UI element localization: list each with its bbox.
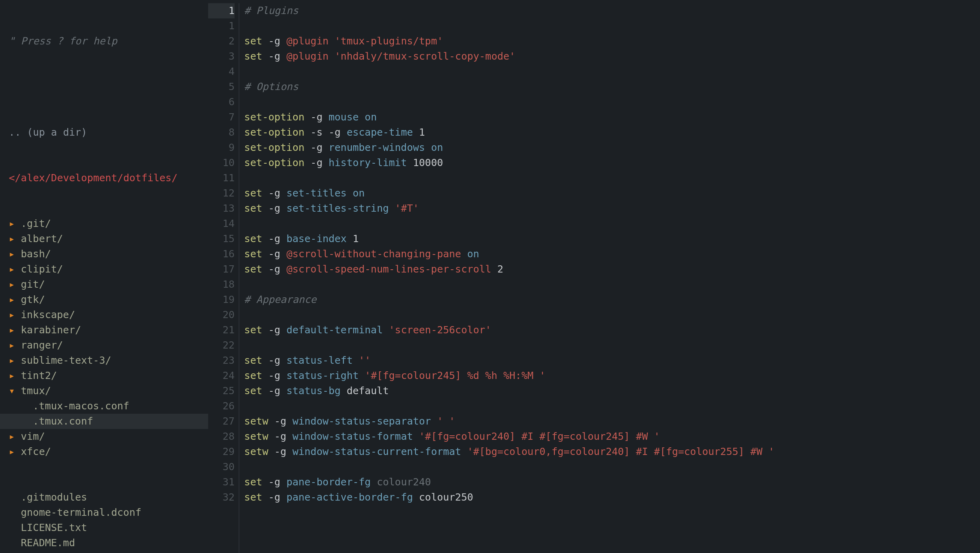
code-line[interactable] xyxy=(244,459,980,475)
code-line[interactable]: set -g @plugin 'nhdaly/tmux-scroll-copy-… xyxy=(244,49,980,64)
line-number: 21 xyxy=(208,323,235,338)
nerdtree-dir[interactable]: ▸gtk/ xyxy=(0,292,208,307)
nerdtree-dir[interactable]: ▸tint2/ xyxy=(0,368,208,383)
line-number: 26 xyxy=(208,399,235,414)
nerdtree-file[interactable]: gnome-terminal.dconf xyxy=(0,505,208,520)
chevron-right-icon: ▸ xyxy=(9,338,21,353)
nerdtree-dir[interactable]: ▾tmux/ xyxy=(0,383,208,399)
nerdtree-dir-label: git/ xyxy=(21,279,45,290)
line-number: 4 xyxy=(208,64,235,79)
code-line[interactable]: setw -g window-status-format '#[fg=colou… xyxy=(244,429,980,444)
nerdtree-dir[interactable]: ▸karabiner/ xyxy=(0,323,208,338)
line-number: 31 xyxy=(208,475,235,490)
line-number: 20 xyxy=(208,307,235,323)
line-number: 29 xyxy=(208,444,235,459)
nerdtree-dir[interactable]: ▸clipit/ xyxy=(0,262,208,277)
line-number: 24 xyxy=(208,368,235,383)
code-line[interactable]: setw -g window-status-current-format '#[… xyxy=(244,444,980,459)
nerdtree-dir-label: albert/ xyxy=(21,233,63,244)
nerdtree-file[interactable]: .tmux.conf xyxy=(0,414,208,429)
nerdtree-root[interactable]: </alex/Development/dotfiles/ xyxy=(0,170,208,186)
code-line[interactable] xyxy=(244,277,980,292)
chevron-right-icon: ▸ xyxy=(9,307,21,323)
nerdtree-dir-label: vim/ xyxy=(21,431,45,442)
line-number: 13 xyxy=(208,201,235,216)
nerdtree-help-hint: " Press ? for help xyxy=(0,34,208,49)
nerdtree-dir-label: gtk/ xyxy=(21,294,45,305)
nerdtree-dir[interactable]: ▸xfce/ xyxy=(0,444,208,459)
code-line[interactable] xyxy=(244,338,980,353)
nerdtree-sidebar[interactable]: " Press ? for help .. (up a dir) </alex/… xyxy=(0,0,208,553)
code-line[interactable]: set -g base-index 1 xyxy=(244,231,980,246)
line-number: 22 xyxy=(208,338,235,353)
line-number: 11 xyxy=(208,170,235,186)
line-number: 6 xyxy=(208,94,235,110)
code-line[interactable]: set-option -s -g escape-time 1 xyxy=(244,125,980,140)
nerdtree-file[interactable]: .gitmodules xyxy=(0,490,208,505)
editor-pane[interactable]: 1123456789101112131415161718192021222324… xyxy=(208,0,980,553)
code-line[interactable] xyxy=(244,307,980,323)
line-number: 2 xyxy=(208,34,235,49)
nerdtree-dir[interactable]: ▸git/ xyxy=(0,277,208,292)
code-line[interactable] xyxy=(244,170,980,186)
nerdtree-dir-label: tint2/ xyxy=(21,370,57,381)
code-line[interactable] xyxy=(244,64,980,79)
chevron-right-icon: ▸ xyxy=(9,323,21,338)
nerdtree-dir-label: inkscape/ xyxy=(21,309,75,321)
code-line[interactable]: setw -g window-status-separator ' ' xyxy=(244,414,980,429)
line-number: 28 xyxy=(208,429,235,444)
line-number: 9 xyxy=(208,140,235,155)
line-number: 1 xyxy=(208,3,235,18)
code-line[interactable]: set -g status-left '' xyxy=(244,353,980,368)
chevron-down-icon: ▾ xyxy=(9,383,21,399)
code-line[interactable] xyxy=(244,216,980,231)
nerdtree-dir[interactable]: ▸sublime-text-3/ xyxy=(0,353,208,368)
line-number: 8 xyxy=(208,125,235,140)
code-line[interactable]: # Appearance xyxy=(244,292,980,307)
code-line[interactable] xyxy=(244,18,980,34)
code-line[interactable]: set-option -g mouse on xyxy=(244,110,980,125)
code-line[interactable]: # Plugins xyxy=(244,3,980,18)
nerdtree-up-dir[interactable]: .. (up a dir) xyxy=(0,125,208,140)
code-area[interactable]: # Pluginsset -g @plugin 'tmux-plugins/tp… xyxy=(239,3,980,553)
line-number-gutter: 1123456789101112131415161718192021222324… xyxy=(208,3,239,553)
nerdtree-dir[interactable]: ▸inkscape/ xyxy=(0,307,208,323)
line-number: 17 xyxy=(208,262,235,277)
chevron-right-icon: ▸ xyxy=(9,444,21,459)
code-line[interactable]: set -g status-bg default xyxy=(244,383,980,399)
code-line[interactable]: set -g set-titles-string '#T' xyxy=(244,201,980,216)
code-line[interactable]: set -g @scroll-without-changing-pane on xyxy=(244,246,980,262)
chevron-right-icon: ▸ xyxy=(9,353,21,368)
chevron-right-icon: ▸ xyxy=(9,216,21,231)
code-line[interactable]: set-option -g history-limit 10000 xyxy=(244,155,980,170)
nerdtree-dir-label: clipit/ xyxy=(21,263,63,275)
code-line[interactable]: set -g pane-border-fg colour240 xyxy=(244,475,980,490)
nerdtree-dir[interactable]: ▸bash/ xyxy=(0,246,208,262)
chevron-right-icon: ▸ xyxy=(9,277,21,292)
code-line[interactable]: set -g @plugin 'tmux-plugins/tpm' xyxy=(244,34,980,49)
code-line[interactable]: set -g @scroll-speed-num-lines-per-scrol… xyxy=(244,262,980,277)
nerdtree-dir[interactable]: ▸ranger/ xyxy=(0,338,208,353)
line-number: 7 xyxy=(208,110,235,125)
code-line[interactable] xyxy=(244,94,980,110)
nerdtree-dir-label: .git/ xyxy=(21,218,51,229)
code-line[interactable] xyxy=(244,399,980,414)
nerdtree-dir[interactable]: ▸.git/ xyxy=(0,216,208,231)
code-line[interactable]: set -g set-titles on xyxy=(244,186,980,201)
code-line[interactable]: set -g status-right '#[fg=colour245] %d … xyxy=(244,368,980,383)
line-number: 30 xyxy=(208,459,235,475)
nerdtree-file[interactable]: .tmux-macos.conf xyxy=(0,399,208,414)
code-line[interactable]: # Options xyxy=(244,79,980,94)
nerdtree-file[interactable]: LICENSE.txt xyxy=(0,520,208,535)
line-number: 25 xyxy=(208,383,235,399)
line-number: 16 xyxy=(208,246,235,262)
line-number: 14 xyxy=(208,216,235,231)
code-line[interactable]: set -g default-terminal 'screen-256color… xyxy=(244,323,980,338)
nerdtree-file[interactable]: README.md xyxy=(0,535,208,551)
nerdtree-dir[interactable]: ▸vim/ xyxy=(0,429,208,444)
code-line[interactable]: set-option -g renumber-windows on xyxy=(244,140,980,155)
line-number: 18 xyxy=(208,277,235,292)
code-line[interactable]: set -g pane-active-border-fg colour250 xyxy=(244,490,980,505)
nerdtree-dir[interactable]: ▸albert/ xyxy=(0,231,208,246)
nerdtree-dir-label: xfce/ xyxy=(21,446,51,457)
